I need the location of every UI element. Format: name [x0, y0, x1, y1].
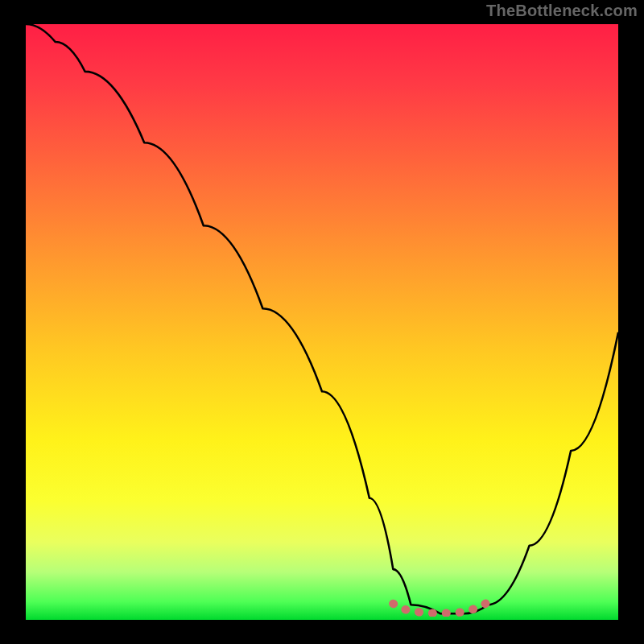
optimal-marker — [393, 602, 488, 613]
watermark-text: TheBottleneck.com — [486, 2, 638, 20]
chart-frame: TheBottleneck.com — [0, 0, 644, 644]
plot-area — [26, 24, 618, 620]
curve-layer — [26, 24, 618, 617]
bottleneck-curve — [26, 24, 618, 613]
